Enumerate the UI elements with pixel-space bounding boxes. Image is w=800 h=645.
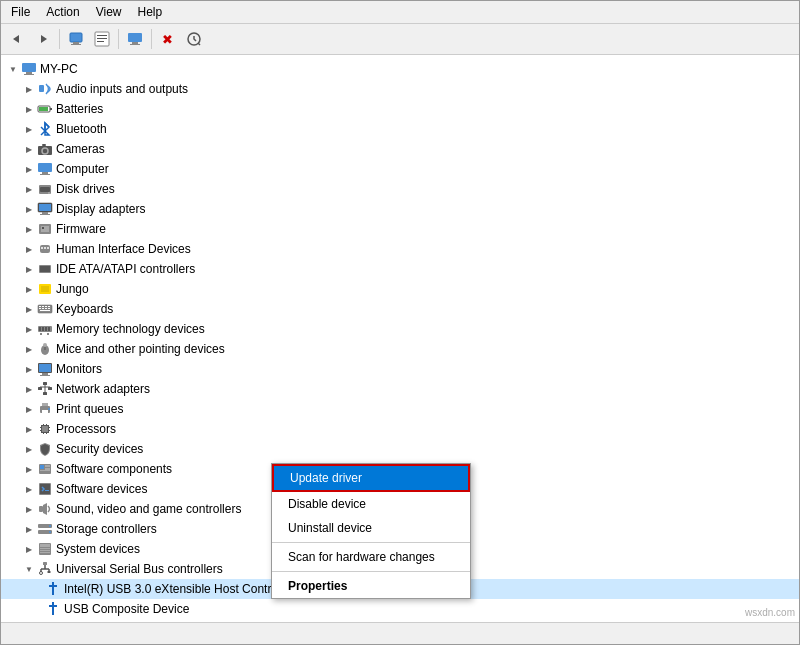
svg-rect-79 [49, 430, 50, 431]
summary-button[interactable] [90, 27, 114, 51]
expand-icon: ▶ [21, 541, 37, 557]
expand-icon: ▶ [21, 461, 37, 477]
expand-icon: ▶ [21, 401, 37, 417]
svg-rect-9 [130, 44, 140, 45]
remove-button[interactable]: ✖ [156, 27, 180, 51]
svg-point-103 [40, 572, 43, 575]
context-uninstall-device[interactable]: Uninstall device [272, 516, 470, 540]
list-item[interactable]: ▶ Security devices [1, 439, 799, 459]
list-item[interactable]: ▶ Display adapters [1, 199, 799, 219]
svg-point-61 [43, 343, 47, 347]
expand-icon: ▼ [21, 561, 37, 577]
properties-button[interactable] [64, 27, 88, 51]
svg-rect-76 [40, 427, 41, 428]
svg-rect-12 [22, 63, 36, 72]
svg-rect-47 [48, 306, 50, 307]
svg-point-96 [49, 531, 51, 533]
expand-icon: ▶ [21, 301, 37, 317]
list-item[interactable]: ▶ Cameras [1, 139, 799, 159]
computer-icon [21, 61, 37, 77]
expand-icon: ▶ [21, 421, 37, 437]
list-item[interactable]: ▶ Network adapters [1, 379, 799, 399]
expand-icon: ▶ [21, 281, 37, 297]
svg-point-36 [41, 247, 43, 249]
svg-point-27 [48, 192, 50, 194]
tree-root[interactable]: ▼ MY-PC [1, 59, 799, 79]
svg-rect-50 [45, 308, 47, 309]
svg-rect-102 [43, 562, 47, 565]
svg-rect-14 [24, 74, 34, 75]
display-icon [37, 201, 53, 217]
disk-icon [37, 181, 53, 197]
list-item[interactable]: ▶ Memory technology devices [1, 319, 799, 339]
context-disable-device[interactable]: Disable device [272, 492, 470, 516]
list-item[interactable]: ▶ IDE ATA/ATAPI controllers [1, 259, 799, 279]
svg-rect-2 [71, 44, 81, 45]
network-icon [37, 381, 53, 397]
item-label: Cameras [56, 142, 105, 156]
mouse-icon [37, 341, 53, 357]
list-item[interactable]: ▶ Human Interface Devices [1, 239, 799, 259]
list-item[interactable]: ▶ Keyboards [1, 299, 799, 319]
svg-rect-1 [73, 42, 79, 44]
item-label: Software components [56, 462, 172, 476]
svg-rect-40 [40, 266, 50, 272]
list-item[interactable]: ▶ Processors [1, 419, 799, 439]
svg-rect-51 [48, 308, 50, 309]
list-item[interactable]: ▶ Mice and other pointing devices [1, 339, 799, 359]
usb-device-icon [45, 601, 61, 617]
list-item[interactable]: ▶ Audio inputs and outputs [1, 79, 799, 99]
svg-rect-42 [41, 286, 49, 292]
menu-file[interactable]: File [5, 3, 36, 21]
svg-rect-52 [40, 310, 50, 311]
hid-icon [37, 241, 53, 257]
svg-rect-64 [42, 373, 48, 375]
expand-icon: ▶ [21, 341, 37, 357]
processor-icon [37, 421, 53, 437]
context-menu: Update driver Disable device Uninstall d… [271, 463, 471, 599]
back-button[interactable] [5, 27, 29, 51]
ide-icon [37, 261, 53, 277]
item-label: Security devices [56, 442, 143, 456]
svg-point-37 [44, 247, 46, 249]
svg-rect-98 [40, 544, 50, 547]
expand-icon: ▶ [21, 81, 37, 97]
security-icon [37, 441, 53, 457]
svg-rect-104 [48, 571, 51, 573]
list-item[interactable]: ▶ Batteries [1, 99, 799, 119]
menu-action[interactable]: Action [40, 3, 85, 21]
expand-icon: ▶ [21, 181, 37, 197]
expand-icon: ▶ [21, 141, 37, 157]
context-update-driver[interactable]: Update driver [272, 464, 470, 492]
svg-rect-63 [39, 364, 51, 372]
svg-rect-77 [40, 430, 41, 431]
svg-rect-58 [40, 333, 42, 335]
list-item[interactable]: ▶ Bluetooth [1, 119, 799, 139]
context-scan-hardware[interactable]: Scan for hardware changes [272, 545, 470, 569]
item-label: Mice and other pointing devices [56, 342, 225, 356]
list-item[interactable]: ▶ Computer [1, 159, 799, 179]
svg-rect-6 [97, 41, 104, 42]
context-properties[interactable]: Properties [272, 574, 470, 598]
computer-button[interactable] [123, 27, 147, 51]
forward-button[interactable] [31, 27, 55, 51]
list-item[interactable]: ▶ Print queues [1, 399, 799, 419]
list-item[interactable]: ▶ Jungo [1, 279, 799, 299]
sound-icon [37, 501, 53, 517]
svg-rect-44 [39, 306, 41, 307]
list-item[interactable]: USB Root Hub (USB 3.0) [1, 619, 799, 622]
svg-rect-34 [42, 227, 44, 229]
storage-icon [37, 521, 53, 537]
list-item[interactable]: ▶ Firmware [1, 219, 799, 239]
list-item[interactable]: ▶ Disk drives [1, 179, 799, 199]
software-comp-icon [37, 461, 53, 477]
expand-icon: ▶ [21, 101, 37, 117]
scan-button[interactable] [182, 27, 206, 51]
menu-help[interactable]: Help [132, 3, 169, 21]
menu-view[interactable]: View [90, 3, 128, 21]
svg-rect-86 [45, 465, 50, 467]
list-item[interactable]: USB Composite Device [1, 599, 799, 619]
toolbar-sep-1 [59, 29, 60, 49]
expand-icon: ▶ [21, 201, 37, 217]
list-item[interactable]: ▶ Monitors [1, 359, 799, 379]
